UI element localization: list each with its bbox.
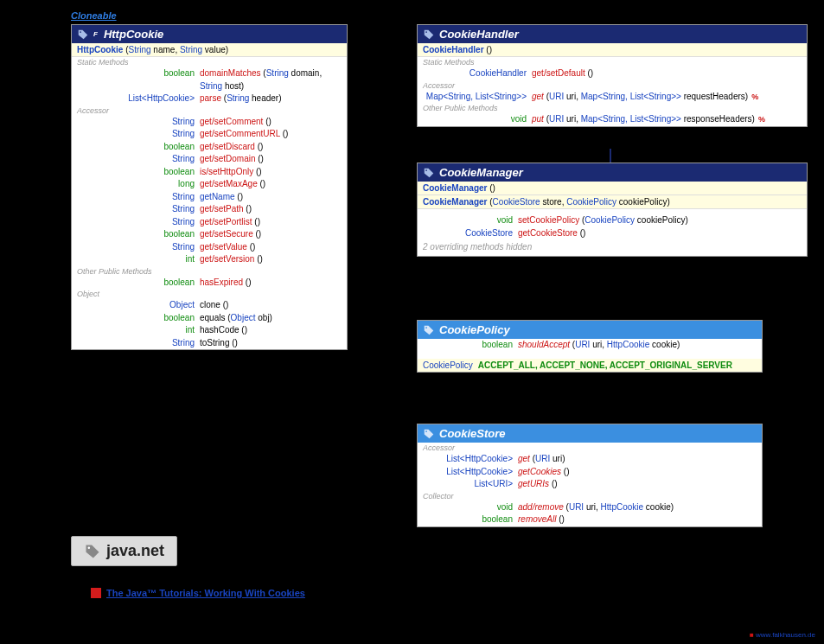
constructor: CookieHandler () bbox=[418, 43, 807, 57]
svg-point-0 bbox=[80, 31, 81, 33]
tutorial-link[interactable]: The Java™ Tutorials: Working With Cookie… bbox=[106, 588, 305, 598]
section-label: Accessor bbox=[418, 80, 807, 91]
method-row: booleanis/setHttpOnly () bbox=[72, 166, 347, 179]
section-label: Static Methods bbox=[72, 57, 347, 67]
httpcookie-card: F HttpCookie HttpCookie (String name, St… bbox=[71, 24, 348, 350]
cookiehandler-header: CookieHandler bbox=[418, 25, 807, 43]
method-row: booleanequals (Object obj) bbox=[72, 312, 347, 325]
constants-row: CookiePolicy ACCEPT_ALL, ACCEPT_NONE, AC… bbox=[418, 359, 762, 372]
cookiehandler-card: CookieHandler CookieHandler () Static Me… bbox=[417, 24, 808, 127]
section-label: Accessor bbox=[72, 105, 347, 116]
httpcookie-header: F HttpCookie bbox=[72, 25, 347, 43]
final-marker: F bbox=[93, 30, 99, 38]
tag-icon bbox=[423, 167, 435, 179]
cookiestore-title: CookieStore bbox=[439, 427, 506, 440]
cloneable-link[interactable]: Cloneable bbox=[71, 10, 117, 21]
cookiepolicy-header: CookiePolicy bbox=[418, 321, 762, 339]
cookiehandler-title: CookieHandler bbox=[439, 28, 519, 41]
method-row: Stringget/setValue () bbox=[72, 241, 347, 254]
constructor: HttpCookie (String name, String value) bbox=[72, 43, 347, 57]
method-row: inthashCode () bbox=[72, 324, 347, 337]
cookiestore-header: CookieStore bbox=[418, 424, 762, 443]
method-row: CookieHandlerget/setDefault () bbox=[418, 67, 807, 80]
cookiestore-card: CookieStore AccessorList<HttpCookie>get … bbox=[417, 424, 763, 527]
tag-icon bbox=[423, 428, 435, 440]
method-row: Objectclone () bbox=[72, 299, 347, 312]
method-row: voidsetCookiePolicy (CookiePolicy cookie… bbox=[418, 214, 807, 227]
httpcookie-constructors: HttpCookie (String name, String value) bbox=[72, 43, 347, 57]
package-name: java.net bbox=[106, 542, 164, 560]
cookiepolicy-card: CookiePolicy booleanshouldAccept (URI ur… bbox=[417, 320, 763, 373]
svg-point-2 bbox=[425, 169, 427, 171]
method-row: booleandomainMatches (String domain, Str… bbox=[72, 67, 347, 92]
section-label: Static Methods bbox=[418, 57, 807, 67]
cookiemanager-body: voidsetCookiePolicy (CookiePolicy cookie… bbox=[418, 209, 807, 256]
method-row: booleanhasExpired () bbox=[72, 277, 347, 290]
inheritance-connector bbox=[610, 149, 611, 163]
cookiemanager-header: CookieManager bbox=[418, 163, 807, 182]
hidden-note: 2 overriding methods hidden bbox=[418, 239, 807, 256]
svg-point-4 bbox=[425, 430, 427, 432]
cookiemanager-constructors: CookieManager ()CookieManager (CookieSto… bbox=[418, 182, 807, 209]
cookiepolicy-body: booleanshouldAccept (URI uri, HttpCookie… bbox=[418, 339, 762, 372]
method-row: booleanget/setSecure () bbox=[72, 228, 347, 241]
httpcookie-body: Static MethodsbooleandomainMatches (Stri… bbox=[72, 57, 347, 349]
method-row: booleanget/setDiscard () bbox=[72, 141, 347, 154]
method-row: StringgetName () bbox=[72, 191, 347, 204]
method-row: intget/setVersion () bbox=[72, 253, 347, 266]
method-row: booleanshouldAccept (URI uri, HttpCookie… bbox=[418, 339, 762, 352]
credit-link[interactable]: ■ www.falkhausen.de bbox=[750, 631, 815, 639]
cookiemanager-title: CookieManager bbox=[439, 166, 523, 179]
method-row: voidadd/remove (URI uri, HttpCookie cook… bbox=[418, 501, 762, 514]
svg-point-3 bbox=[425, 327, 427, 328]
cookiestore-body: AccessorList<HttpCookie>get (URI uri)Lis… bbox=[418, 443, 762, 526]
method-row: List<HttpCookie>getCookies () bbox=[418, 466, 762, 479]
method-row: Stringget/setComment () bbox=[72, 116, 347, 129]
method-row: List<URI>getURIs () bbox=[418, 478, 762, 491]
method-row: booleanremoveAll () bbox=[418, 513, 762, 526]
method-row: voidput (URI uri, Map<String, List<Strin… bbox=[418, 113, 807, 126]
method-row: List<HttpCookie>get (URI uri) bbox=[418, 453, 762, 466]
method-row: Stringget/setCommentURL () bbox=[72, 128, 347, 141]
svg-point-1 bbox=[425, 31, 427, 33]
httpcookie-title: HttpCookie bbox=[104, 28, 163, 41]
method-row: Stringget/setPath () bbox=[72, 203, 347, 216]
method-row: Stringget/setDomain () bbox=[72, 153, 347, 166]
cookiehandler-body: Static MethodsCookieHandlerget/setDefaul… bbox=[418, 57, 807, 126]
tag-icon bbox=[423, 324, 435, 336]
method-row: List<HttpCookie>parse (String header) bbox=[72, 92, 347, 105]
cookiehandler-constructors: CookieHandler () bbox=[418, 43, 807, 57]
tag-icon bbox=[84, 543, 101, 560]
tag-icon bbox=[423, 29, 435, 41]
section-label: Accessor bbox=[418, 443, 762, 453]
method-row: CookieStoregetCookieStore () bbox=[418, 227, 807, 240]
section-label: Other Public Methods bbox=[72, 266, 347, 277]
tutorial-link-row: The Java™ Tutorials: Working With Cookie… bbox=[91, 588, 305, 598]
method-row: longget/setMaxAge () bbox=[72, 178, 347, 191]
method-row: StringtoString () bbox=[72, 337, 347, 350]
method-row: Map<String, List<String>>get (URI uri, M… bbox=[418, 91, 807, 104]
cookiepolicy-title: CookiePolicy bbox=[439, 323, 510, 336]
cookiemanager-card: CookieManager CookieManager ()CookieMana… bbox=[417, 163, 808, 257]
oracle-icon bbox=[91, 588, 101, 598]
constructor: CookieManager () bbox=[418, 182, 807, 195]
constructor: CookieManager (CookieStore store, Cookie… bbox=[418, 195, 807, 209]
svg-point-5 bbox=[88, 546, 91, 549]
tag-icon bbox=[77, 29, 89, 41]
section-label: Other Public Methods bbox=[418, 103, 807, 113]
section-label: Collector bbox=[418, 491, 762, 501]
section-label: Object bbox=[72, 289, 347, 299]
package-badge: java.net bbox=[71, 536, 177, 566]
method-row: Stringget/setPortlist () bbox=[72, 216, 347, 229]
